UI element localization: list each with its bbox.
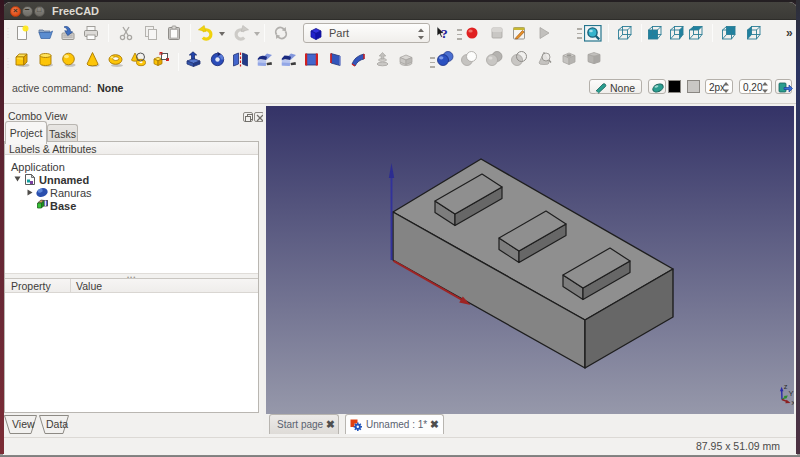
svg-text:?: ? [441, 26, 448, 41]
svg-text:View: View [12, 418, 35, 430]
svg-text:z: z [784, 382, 788, 391]
svg-text:Y: Y [789, 389, 794, 398]
svg-text:Unnamed: Unnamed [39, 174, 89, 186]
svg-text:Data: Data [46, 418, 68, 430]
svg-text:Ranuras: Ranuras [50, 187, 92, 199]
svg-text:Base: Base [50, 200, 76, 212]
svg-text:x: x [792, 398, 794, 407]
svg-text:Application: Application [11, 161, 65, 173]
